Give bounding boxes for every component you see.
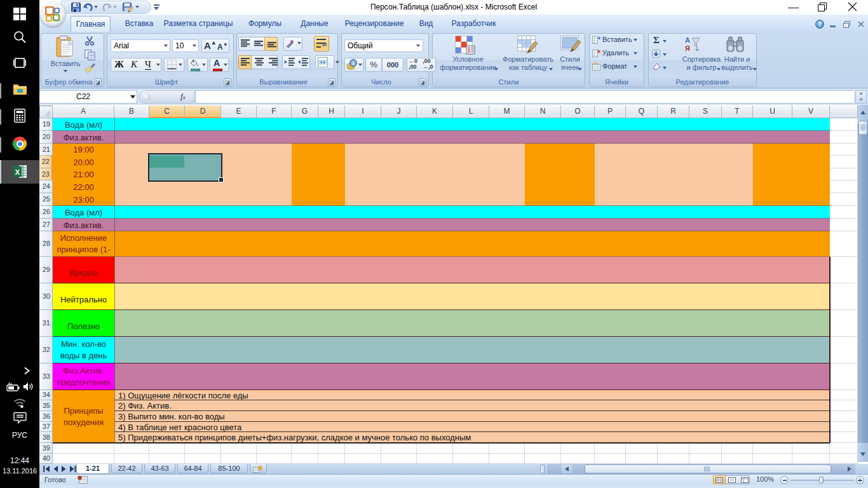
svg-text:Я: Я bbox=[685, 44, 690, 52]
svg-text:$: $ bbox=[352, 60, 355, 66]
svg-text:А: А bbox=[685, 36, 690, 44]
svg-text:X: X bbox=[15, 168, 20, 176]
